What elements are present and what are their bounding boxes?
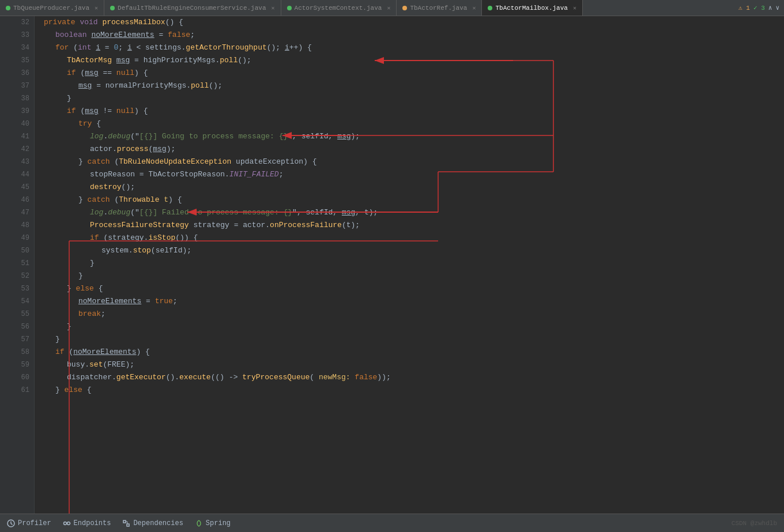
punctuation: ; (190, 29, 195, 41)
variable: msg (153, 143, 166, 156)
gutter-line-57: 57 (0, 333, 34, 346)
punctuation: = (141, 295, 154, 308)
endpoints-item[interactable]: Endpoints (63, 519, 111, 527)
keyword: null (116, 105, 134, 118)
editor-container: 3233343536373839404142434445464748495051… (0, 16, 784, 514)
code-line-34: for (int i = 0; i < settings.getActorThr… (44, 41, 784, 54)
code-line-47: log.debug("[{}] Failed to process messag… (44, 206, 784, 219)
variable: msg (85, 67, 98, 80)
endpoints-label: Endpoints (74, 519, 111, 527)
punctuation: ( (310, 371, 319, 384)
gutter-line-49: 49 (0, 232, 34, 244)
punctuation: ; (279, 168, 284, 181)
variable: i (285, 41, 289, 54)
tab-close-icon[interactable]: ✕ (387, 5, 390, 12)
keyword-type: void (80, 16, 102, 29)
tab-defaulttb[interactable]: DefaultTbRuleEngineConsumerService.java … (104, 0, 281, 16)
punctuation (350, 371, 355, 384)
variable: msg (116, 54, 130, 67)
punctuation: } (55, 384, 65, 397)
endpoints-icon (63, 519, 71, 527)
type-name: Throwable (119, 194, 164, 206)
punctuation: , t); (355, 206, 378, 219)
dependencies-label: Dependencies (133, 519, 183, 527)
code-line-35: TbActorMsg msg = highPriorityMsgs.poll()… (44, 54, 784, 67)
dependencies-item[interactable]: Dependencies (122, 519, 183, 527)
tab-tbactormailbox[interactable]: TbActorMailbox.java ✕ (482, 0, 582, 16)
variable: noMoreElements (91, 29, 154, 41)
punctuation: ( (80, 67, 85, 80)
punctuation: = normalPriorityMsgs. (92, 80, 191, 92)
tab-close-icon[interactable]: ✕ (573, 5, 576, 12)
gutter-line-54: 54 (0, 295, 34, 308)
tab-actorsystem[interactable]: ActorSystemContext.java ✕ (281, 0, 397, 16)
variable: msg (342, 206, 355, 219)
code-line-41: log.debug("[{}] Going to process message… (44, 130, 784, 143)
code-line-54: noMoreElements = true; (44, 295, 784, 308)
gutter-line-46: 46 (0, 194, 34, 206)
punctuation: { (96, 118, 101, 130)
code-line-55: break; (44, 308, 784, 320)
keyword: break (78, 308, 101, 320)
tab-tbqueue[interactable]: TbQueueProducer.java ✕ (0, 0, 104, 16)
punctuation: ( (114, 156, 119, 168)
punctuation: ( (73, 41, 78, 54)
variable: i (127, 41, 132, 54)
tab-bar-actions: ⚠ 1 ✓ 3 ∧ ∨ (738, 4, 784, 12)
code-line-51: } (44, 257, 784, 270)
tab-dot-green (488, 6, 492, 10)
tab-dot-green (287, 6, 292, 10)
variable: strategy (193, 219, 229, 232)
code-area[interactable]: private void processMailbox() {boolean n… (35, 16, 784, 514)
gutter-line-56: 56 (0, 320, 34, 333)
method-call: set (89, 359, 103, 371)
keyword: null (116, 67, 134, 80)
tab-close-icon[interactable]: ✕ (472, 5, 476, 12)
tab-close-icon[interactable]: ✕ (272, 5, 275, 12)
nav-down[interactable]: ∨ (775, 4, 779, 12)
variable: msg (337, 130, 350, 143)
tab-label: TbActorRef.java (410, 5, 467, 12)
variable: noMoreElements (78, 295, 141, 308)
log-call: log (90, 130, 103, 143)
gutter-line-42: 42 (0, 143, 34, 156)
spring-icon (195, 519, 203, 527)
code-line-46: } catch (Throwable t) { (44, 194, 784, 206)
gutter-line-40: 40 (0, 118, 34, 130)
field-name: INIT_FAILED (229, 168, 279, 181)
punctuation: } (78, 194, 88, 206)
punctuation: = TbActorStopReason. (135, 168, 229, 181)
gutter-line-45: 45 (0, 181, 34, 194)
code-line-38: } (44, 92, 784, 105)
punctuation: (strategy. (103, 232, 148, 244)
watermark: CSDN @zwhdlb (732, 520, 777, 527)
param: newMsg: (319, 371, 350, 384)
tab-tbactorref[interactable]: TbActorRef.java ✕ (397, 0, 482, 16)
punctuation: (() -> (211, 371, 243, 384)
punctuation: ", selfId, (288, 130, 337, 143)
code-line-56: } (44, 320, 784, 333)
punctuation: (); (238, 54, 251, 67)
punctuation: ); (167, 143, 176, 156)
svg-point-14 (63, 522, 66, 525)
type-name: TbRuleNodeUpdateException (119, 156, 236, 168)
code-line-52: } (44, 270, 784, 282)
profiler-item[interactable]: Profiler (7, 519, 51, 527)
spring-item[interactable]: Spring (195, 519, 231, 527)
nav-up[interactable]: ∧ (768, 4, 772, 12)
gutter-line-35: 35 (0, 54, 34, 67)
gutter-line-53: 53 (0, 282, 34, 295)
number-literal: 0 (114, 41, 118, 54)
gutter-line-47: 47 (0, 206, 34, 219)
variable: stopReason (90, 168, 135, 181)
punctuation: . (85, 359, 89, 371)
punctuation: (); (122, 181, 135, 194)
keyword: private (44, 16, 80, 29)
type-name: TbActorMsg (67, 54, 116, 67)
gutter-line-51: 51 (0, 257, 34, 270)
tab-close-icon[interactable]: ✕ (95, 5, 98, 12)
svg-point-15 (67, 522, 70, 525)
profiler-icon (7, 519, 15, 527)
punctuation: . (103, 130, 108, 143)
method-name: processMailbox (102, 16, 165, 29)
